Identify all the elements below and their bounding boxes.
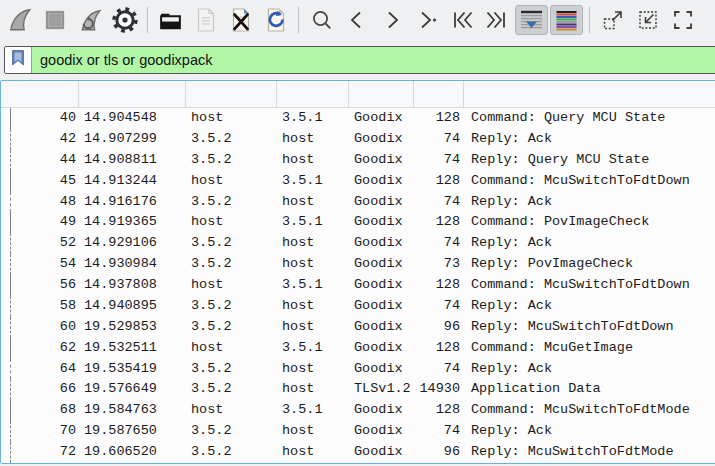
go-next-packet-button[interactable] — [375, 5, 408, 35]
packet-row[interactable]: 56 14.937808 host 3.5.1 Goodix 128 Comma… — [1, 275, 715, 296]
normal-size-icon — [671, 8, 695, 32]
cell-source: 3.5.2 — [186, 359, 277, 380]
related-packet-line — [10, 442, 11, 463]
zoom-in-button[interactable] — [596, 5, 629, 35]
related-packet-line — [10, 192, 11, 213]
cell-time: 19.587650 — [79, 421, 186, 442]
shark-fin-restart-icon — [77, 7, 103, 33]
cell-no: 49 — [1, 212, 79, 233]
cell-source: 3.5.2 — [186, 150, 277, 171]
start-capture-button[interactable] — [3, 5, 36, 35]
packet-row[interactable]: 66 19.576649 3.5.2 host TLSv1.2 14930 Ap… — [1, 379, 715, 400]
cell-info: Command: McuGetImage — [464, 338, 715, 359]
zoom-out-icon — [636, 8, 660, 32]
cell-destination: host — [277, 150, 349, 171]
normal-size-button[interactable] — [666, 5, 699, 35]
packet-row[interactable]: 52 14.929106 3.5.2 host Goodix 74 Reply:… — [1, 233, 715, 254]
cell-length: 74 — [414, 192, 464, 213]
cell-protocol: Goodix — [349, 296, 414, 317]
cell-info: Reply: PovImageCheck — [464, 254, 715, 275]
go-previous-packet-button[interactable] — [340, 5, 373, 35]
packet-row[interactable]: 62 19.532511 host 3.5.1 Goodix 128 Comma… — [1, 338, 715, 359]
column-header[interactable] — [349, 81, 414, 107]
bookmark-icon — [12, 50, 24, 70]
cell-source: host — [186, 400, 277, 421]
cell-source: 3.5.2 — [186, 129, 277, 150]
cell-info: Command: PovImageCheck — [464, 212, 715, 233]
packet-row[interactable]: 70 19.587650 3.5.2 host Goodix 74 Reply:… — [1, 421, 715, 442]
cell-destination: 3.5.1 — [277, 275, 349, 296]
related-packet-line — [10, 233, 11, 254]
cell-protocol: Goodix — [349, 317, 414, 338]
cell-length: 96 — [414, 317, 464, 338]
column-header[interactable] — [79, 81, 186, 107]
cell-no: 42 — [1, 129, 79, 150]
find-packet-button[interactable] — [305, 5, 338, 35]
cell-no: 48 — [1, 192, 79, 213]
cell-time: 14.907299 — [79, 129, 186, 150]
cell-source: 3.5.2 — [186, 379, 277, 400]
cell-destination: 3.5.1 — [277, 212, 349, 233]
display-filter-input[interactable] — [32, 47, 715, 73]
packet-row[interactable]: 42 14.907299 3.5.2 host Goodix 74 Reply:… — [1, 129, 715, 150]
packet-row[interactable]: 40 14.904548 host 3.5.1 Goodix 128 Comma… — [1, 108, 715, 129]
colorize-packets-button[interactable] — [550, 5, 583, 35]
cell-destination: host — [277, 129, 349, 150]
auto-scroll-button[interactable] — [515, 5, 548, 35]
column-header[interactable] — [464, 81, 715, 107]
cell-protocol: Goodix — [349, 421, 414, 442]
cell-destination: host — [277, 233, 349, 254]
packet-row[interactable]: 72 19.606520 3.5.2 host Goodix 96 Reply:… — [1, 442, 715, 463]
packet-row[interactable]: 45 14.913244 host 3.5.1 Goodix 128 Comma… — [1, 171, 715, 192]
cell-no: 60 — [1, 317, 79, 338]
column-header[interactable] — [414, 81, 464, 107]
cell-source: 3.5.2 — [186, 192, 277, 213]
cell-source: host — [186, 338, 277, 359]
related-packet-line — [10, 254, 11, 275]
go-first-packet-button[interactable] — [445, 5, 478, 35]
cell-destination: host — [277, 421, 349, 442]
cell-time: 14.919365 — [79, 212, 186, 233]
cell-source: host — [186, 171, 277, 192]
go-last-packet-button[interactable] — [480, 5, 513, 35]
column-header[interactable] — [1, 81, 79, 107]
chevron-right-dot-icon — [415, 8, 439, 32]
open-file-button[interactable] — [154, 5, 187, 35]
filter-bookmark-button[interactable] — [5, 47, 32, 73]
toolbar-separator — [147, 7, 148, 33]
packet-row[interactable]: 60 19.529853 3.5.2 host Goodix 96 Reply:… — [1, 317, 715, 338]
capture-options-button[interactable] — [108, 5, 141, 35]
packet-row[interactable]: 54 14.930984 3.5.2 host Goodix 73 Reply:… — [1, 254, 715, 275]
cell-info: Reply: Ack — [464, 359, 715, 380]
related-packet-line — [10, 212, 11, 233]
column-header[interactable] — [277, 81, 349, 107]
zoom-out-button[interactable] — [631, 5, 664, 35]
packet-row[interactable]: 48 14.916176 3.5.2 host Goodix 74 Reply:… — [1, 192, 715, 213]
cell-info: Reply: Query MCU State — [464, 150, 715, 171]
packet-row[interactable]: 58 14.940895 3.5.2 host Goodix 74 Reply:… — [1, 296, 715, 317]
go-to-packet-button[interactable] — [410, 5, 443, 35]
cell-time: 14.904548 — [79, 108, 186, 129]
packet-row[interactable]: 49 14.919365 host 3.5.1 Goodix 128 Comma… — [1, 212, 715, 233]
cell-length: 128 — [414, 108, 464, 129]
cell-no: 62 — [1, 338, 79, 359]
search-icon — [310, 8, 334, 32]
stop-capture-button[interactable] — [38, 5, 71, 35]
cell-length: 74 — [414, 421, 464, 442]
reload-file-button[interactable] — [259, 5, 292, 35]
cell-time: 19.529853 — [79, 317, 186, 338]
packet-row[interactable]: 68 19.584763 host 3.5.1 Goodix 128 Comma… — [1, 400, 715, 421]
cell-source: 3.5.2 — [186, 317, 277, 338]
column-header[interactable] — [186, 81, 277, 107]
save-file-button[interactable] — [189, 5, 222, 35]
packet-row[interactable]: 44 14.908811 3.5.2 host Goodix 74 Reply:… — [1, 150, 715, 171]
cell-protocol: Goodix — [349, 359, 414, 380]
close-file-button[interactable] — [224, 5, 257, 35]
cell-no: 45 — [1, 171, 79, 192]
cell-destination: host — [277, 442, 349, 463]
shark-fin-icon — [7, 7, 33, 33]
cell-info: Application Data — [464, 379, 715, 400]
restart-capture-button[interactable] — [73, 5, 106, 35]
packet-row[interactable]: 64 19.535419 3.5.2 host Goodix 74 Reply:… — [1, 359, 715, 380]
cell-destination: host — [277, 317, 349, 338]
